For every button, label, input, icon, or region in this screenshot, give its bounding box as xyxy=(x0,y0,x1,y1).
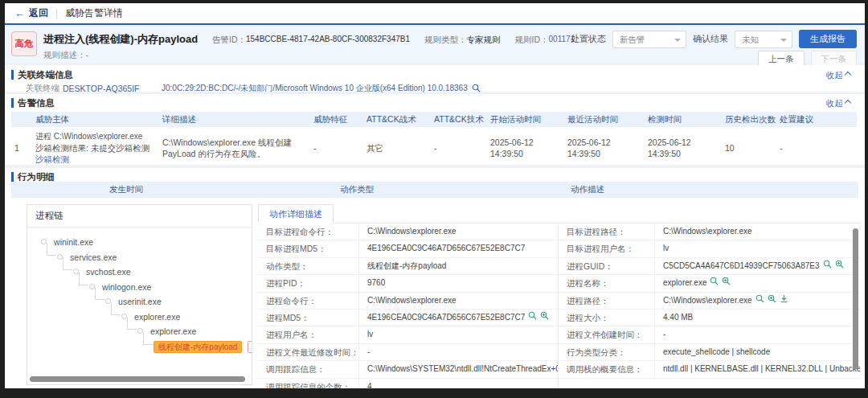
vertical-scrollbar[interactable] xyxy=(853,228,858,369)
process-node[interactable]: explorer.exe xyxy=(41,310,252,325)
terminal-collapse-link[interactable]: 收起 xyxy=(826,68,850,81)
tree-connector xyxy=(47,243,56,256)
behavior-card: 行为明细 发生时间 动作类型 动作描述 进程链 wininit.exe xyxy=(5,168,865,388)
detail-label: 进程GUID： xyxy=(559,258,655,274)
search-icon[interactable] xyxy=(823,258,832,274)
confirm-result-value: 未知 xyxy=(742,35,759,44)
recent-time-cell: 2025-06-12 14:39:50 xyxy=(564,127,645,169)
detail-label: 目标进程MD5： xyxy=(258,240,359,256)
rule-type-label: 规则类型： xyxy=(424,35,467,46)
tree-connector xyxy=(143,332,153,345)
process-node[interactable]: userinit.exe xyxy=(41,294,252,310)
back-button[interactable]: ← 返回 xyxy=(14,6,48,20)
col-attck-technique: ATT&CK技术 xyxy=(431,112,487,127)
table-row: 1 进程 C:\Windows\explorer.exe 沙箱检测结果: 未提交… xyxy=(11,127,857,169)
detail-row: 进程PID： 9760 xyxy=(258,275,558,292)
detail-row: 进程路径： C:\Windows\explorer.exe xyxy=(559,293,860,310)
alert-info-table: 威胁主体 详细描述 威胁特征 ATT&CK战术 ATT&CK技术 开始活动时间 … xyxy=(11,112,857,170)
process-node[interactable]: svchost.exe xyxy=(41,265,252,280)
alert-info-card: 告警信息 收起 威胁主体 详细描述 威胁特征 ATT&CK战术 ATT&CK技术… xyxy=(5,94,865,165)
terminal-host-link[interactable]: DESKTOP-AQ365IF xyxy=(63,84,162,93)
tree-connector xyxy=(63,257,72,270)
description-cell: C:\Windows\explorer.exe 线程创建PayLoad 的行为存… xyxy=(159,127,310,169)
prev-button[interactable]: 上一条 xyxy=(758,51,805,66)
search-icon[interactable] xyxy=(755,293,764,309)
action-detail-panel: 动作详细描述 目标进程命令行： C:\Windows\explorer.exe xyxy=(258,204,860,385)
threat-alert-detail-page: ← 返回 威胁告警详情 高危 进程注入(线程创建)-内存payload 告警ID… xyxy=(5,3,865,388)
chevron-up-icon xyxy=(845,100,851,106)
search-icon[interactable] xyxy=(528,310,537,326)
rule-desc-label: 规则描述： xyxy=(43,50,86,59)
sandbox-detect-link[interactable]: 沙箱检测 xyxy=(35,154,156,165)
col-threat-subject: 威胁主体 xyxy=(32,112,159,127)
detail-value: C:\Windows\explorer.exe xyxy=(663,293,752,309)
detail-row: 目标进程MD5： 4E196CEA0C9C46A7D656C67E52E8C7C… xyxy=(258,240,558,257)
dispose-status-select[interactable]: 新告警 xyxy=(612,31,686,48)
section-accent-bar xyxy=(11,70,14,80)
process-name: winlogon.exe xyxy=(102,282,151,292)
process-name: explorer.exe xyxy=(150,326,196,336)
download-icon[interactable] xyxy=(780,293,788,309)
table-header-row: 威胁主体 详细描述 威胁特征 ATT&CK战术 ATT&CK技术 开始活动时间 … xyxy=(11,112,857,127)
alert-title: 进程注入(线程创建)-内存payload xyxy=(43,32,198,47)
confirm-result-select[interactable]: 未知 xyxy=(735,31,792,48)
rule-id-label: 规则ID： xyxy=(515,35,549,46)
detail-value: ntdll.dll | KERNELBASE.dll | KERNEL32.DL… xyxy=(663,361,860,377)
col-description: 详细描述 xyxy=(159,112,310,127)
col-history-count: 历史检出次数 xyxy=(722,112,776,127)
detail-label: 目标进程路径： xyxy=(559,224,655,240)
advice-cell: - xyxy=(776,127,857,169)
alert-id-value: 154BCCBE-4817-42AB-80CF-300832F347B1 xyxy=(246,35,410,46)
detail-row: 目标进程命令行： C:\Windows\explorer.exe xyxy=(258,224,558,240)
detail-value: - xyxy=(663,326,665,343)
detail-label: 进程大小： xyxy=(559,310,655,326)
process-name: services.exe xyxy=(70,252,117,262)
zoom-in-icon[interactable] xyxy=(722,275,731,291)
top-bar: ← 返回 威胁告警详情 xyxy=(5,3,865,25)
back-label: 返回 xyxy=(29,6,48,20)
detail-label: 进程MD5： xyxy=(258,310,359,326)
confirm-result-label: 确认结果 xyxy=(693,33,728,45)
horizontal-scrollbar[interactable] xyxy=(30,376,245,382)
detail-label: 进程文件最近修改时间： xyxy=(258,344,359,360)
process-name: userinit.exe xyxy=(118,297,162,306)
alert-info-collapse-link[interactable]: 收起 xyxy=(826,96,850,109)
process-node[interactable]: wininit.exe xyxy=(41,235,252,250)
search-icon[interactable] xyxy=(472,84,481,94)
severity-badge: 高危 xyxy=(11,31,37,56)
detail-value: C:\Windows\SYSTEM32\ntdll.dll!NtCreateTh… xyxy=(367,361,558,377)
zoom-in-icon[interactable] xyxy=(768,293,776,309)
detail-label: 进程路径： xyxy=(559,293,655,309)
process-node[interactable]: 线程创建-内存payload explorer.exe xyxy=(41,339,252,355)
alert-meta: 告警ID： 154BCCBE-4817-42AB-80CF-300832F347… xyxy=(212,35,589,46)
detail-label: 进程名称： xyxy=(559,275,655,291)
generate-report-button[interactable]: 生成报告 xyxy=(799,30,857,48)
detail-value: 4E196CEA0C9C46A7D656C67E52E8C7C7 xyxy=(367,310,525,326)
zoom-in-icon[interactable] xyxy=(835,258,844,274)
process-node[interactable]: winlogon.exe xyxy=(41,280,252,295)
detail-label: 目标进程命令行： xyxy=(258,224,359,240)
section-accent-bar xyxy=(11,172,14,182)
detail-label: 调用栈的概要信息： xyxy=(559,361,655,377)
terminal-row: 关联终端 DESKTOP-AQ365IF J0:0C:29:2D:BC:DC/-… xyxy=(5,83,865,94)
detail-row: 行为类型分类： execute_shellcode | shellcode xyxy=(559,344,860,361)
process-node-icon xyxy=(137,328,143,334)
next-button[interactable]: 下一条 xyxy=(811,51,858,66)
col-recent-time: 最近活动时间 xyxy=(564,112,645,127)
action-highlight-badge: 线程创建-内存payload xyxy=(154,341,242,353)
search-icon[interactable] xyxy=(710,275,719,291)
history-count-link[interactable]: 10 xyxy=(722,127,776,169)
detail-row: 进程文件创建时间： - xyxy=(559,326,860,343)
detail-label: 进程用户名： xyxy=(258,326,359,343)
zoom-in-icon[interactable] xyxy=(540,310,549,326)
process-node[interactable]: services.exe xyxy=(41,250,252,265)
detail-label: 调用跟踪信息： xyxy=(258,361,359,377)
pager: 上一条 下一条 xyxy=(758,51,857,66)
index-header xyxy=(11,112,32,127)
detail-row: 进程用户名： lv xyxy=(258,326,558,343)
process-node-icon xyxy=(121,314,127,319)
behavior-section-title: 行为明细 xyxy=(18,172,55,182)
technique-cell: - xyxy=(431,127,487,169)
tab-action-detail[interactable]: 动作详细描述 xyxy=(258,204,334,224)
detail-label: 目标进程用户名： xyxy=(559,240,655,256)
